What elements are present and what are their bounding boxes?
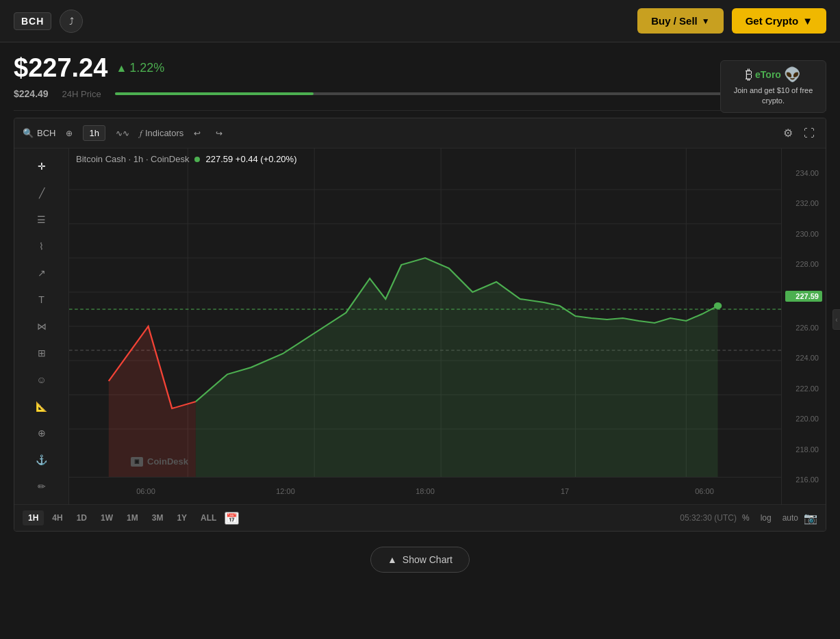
promo-banner-inner: ₿ eToro 👽 Join and get $10 of free crypt… <box>721 61 826 112</box>
timeframe-1h-button[interactable]: 1H <box>23 510 44 525</box>
calendar-button[interactable]: 📅 <box>225 512 239 525</box>
time-label-3: 18:00 <box>355 487 495 495</box>
price-section: $227.24 ▲ 1.22% $224.49 24H Price $248.5… <box>0 42 840 110</box>
time-label-2: 12:00 <box>216 487 355 495</box>
promo-banner[interactable]: ₿ eToro 👽 Join and get $10 of free crypt… <box>720 60 826 113</box>
chart-bottom-bar: 1H 4H 1D 1W 1M 3M 1Y ALL 📅 05:32:30 (UTC… <box>14 504 826 531</box>
coindesk-logo-icon: ▣ <box>131 457 143 467</box>
share-button[interactable]: ⤴ <box>60 10 83 33</box>
horizontal-line-tool[interactable]: ☰ <box>31 209 53 230</box>
timeframe-4h-button[interactable]: 4H <box>47 510 68 525</box>
timeframe-selector[interactable]: 1h <box>83 125 105 141</box>
timeframe-all-button[interactable]: ALL <box>195 510 222 525</box>
zoom-tool[interactable]: ⊕ <box>31 423 53 444</box>
price-change-pct: 1.22% <box>129 61 164 75</box>
fullscreen-button[interactable]: ⛶ <box>801 125 817 142</box>
get-crypto-button[interactable]: Get Crypto ▼ <box>732 8 826 34</box>
chart-time-axis: 06:00 12:00 18:00 17 06:00 <box>69 477 781 504</box>
timeframe-1m-button[interactable]: 1M <box>121 510 144 525</box>
chart-type-button[interactable]: ∿∿ <box>111 126 134 141</box>
svg-marker-15 <box>109 326 196 477</box>
buy-sell-dropdown-arrow: ▼ <box>702 16 710 26</box>
chart-tools-sidebar: ✛ ╱ ☰ ⌇ ↗ T ⋈ ⊞ ☺ 📐 ⊕ ⚓ ✏ ‹ <box>14 148 69 504</box>
screenshot-button[interactable]: 📷 <box>804 512 817 525</box>
crosshair-tool[interactable]: ✛ <box>31 155 53 177</box>
price-change: ▲ 1.22% <box>116 61 164 75</box>
get-crypto-dropdown-arrow: ▼ <box>802 15 813 27</box>
show-chart-arrow-icon: ▲ <box>387 554 397 565</box>
chart-body: ✛ ╱ ☰ ⌇ ↗ T ⋈ ⊞ ☺ 📐 ⊕ ⚓ ✏ ‹ Bitcoin Cash… <box>14 148 826 504</box>
undo-button[interactable]: ↩ <box>189 126 205 141</box>
percent-mode-button[interactable]: % <box>739 512 752 524</box>
promo-icons: ₿ eToro 👽 <box>746 66 801 83</box>
price-progress-bar <box>115 92 778 95</box>
coindesk-label: CoinDesk <box>147 456 188 467</box>
magnet-tool[interactable]: ⚓ <box>31 449 53 471</box>
timeframe-1y-button[interactable]: 1Y <box>171 510 192 525</box>
pencil-tool[interactable]: ✏ <box>31 476 53 497</box>
promo-text: Join and get $10 of free crypto. <box>726 86 820 107</box>
emoji-tool[interactable]: ☺ <box>31 369 53 391</box>
text-tool[interactable]: T <box>31 289 53 310</box>
arrow-tool[interactable]: ↗ <box>31 262 53 283</box>
price-up-arrow: ▲ <box>116 62 127 75</box>
price-tick-228: 228.00 <box>785 260 822 268</box>
price-tick-232: 232.00 <box>785 199 822 207</box>
header-bar: BCH ⤴ Buy / Sell ▼ Get Crypto ▼ <box>0 0 840 42</box>
live-dot <box>194 157 200 162</box>
chart-info-bar: Bitcoin Cash · 1h · CoinDesk 227.59 +0.4… <box>76 154 296 164</box>
separator <box>14 110 826 111</box>
utc-time: 05:32:30 (UTC) <box>680 513 737 523</box>
timeframe-1d-button[interactable]: 1D <box>71 510 92 525</box>
coindesk-watermark: ▣ CoinDesk <box>131 456 188 467</box>
ticker-badge: BCH <box>14 12 51 30</box>
chart-type-icon: ∿∿ <box>116 129 129 138</box>
chart-container: 🔍 BCH ⊕ 1h ∿∿ 𝑓 Indicators ↩ ↪ ⚙ ⛶ ✛ ╱ ☰… <box>14 118 826 532</box>
price-tick-current: 227.59 <box>785 291 822 302</box>
measure-tool[interactable]: 📐 <box>31 396 53 417</box>
price-tick-222: 222.00 <box>785 384 822 393</box>
current-price-row: $227.24 ▲ 1.22% <box>14 53 826 83</box>
chart-live-price: 227.59 +0.44 (+0.20%) <box>205 154 296 164</box>
svg-marker-16 <box>196 258 718 477</box>
timeframe-1w-button[interactable]: 1W <box>95 510 118 525</box>
alien-icon: 👽 <box>784 66 801 83</box>
chart-svg-area[interactable] <box>69 148 781 477</box>
chart-mode-buttons: % log auto <box>739 512 801 524</box>
current-price-dot <box>714 302 722 309</box>
buy-sell-button[interactable]: Buy / Sell ▼ <box>637 8 723 34</box>
show-chart-button[interactable]: ▲ Show Chart <box>370 547 470 573</box>
add-chart-button[interactable]: ⊕ <box>61 126 77 141</box>
time-label-5: 06:00 <box>635 487 774 495</box>
range-label: 24H Price <box>62 89 101 99</box>
redo-button[interactable]: ↪ <box>211 126 227 141</box>
chart-svg <box>69 148 781 477</box>
chart-main[interactable]: Bitcoin Cash · 1h · CoinDesk 227.59 +0.4… <box>69 148 826 504</box>
pattern-tool[interactable]: ⊞ <box>31 343 53 364</box>
price-tick-224: 224.00 <box>785 354 822 362</box>
auto-mode-button[interactable]: auto <box>780 512 801 524</box>
price-tick-234: 234.00 <box>785 169 822 177</box>
indicators-label: Indicators <box>145 128 183 138</box>
chart-search-area[interactable]: 🔍 BCH <box>23 128 55 138</box>
price-tick-220: 220.00 <box>785 415 822 423</box>
show-chart-label: Show Chart <box>403 554 453 565</box>
price-range-bar: $224.49 24H Price $248.51 <box>14 88 826 99</box>
ray-tool[interactable]: ⌇ <box>31 235 53 257</box>
settings-button[interactable]: ⚙ <box>780 124 796 142</box>
chart-toolbar: 🔍 BCH ⊕ 1h ∿∿ 𝑓 Indicators ↩ ↪ ⚙ ⛶ <box>14 118 826 148</box>
bitcoin-icon: ₿ <box>746 67 752 83</box>
chart-symbol-label: BCH <box>37 128 55 138</box>
search-icon: 🔍 <box>23 128 34 138</box>
time-label-4: 17 <box>495 487 635 495</box>
chart-title: Bitcoin Cash · 1h · CoinDesk <box>76 154 189 164</box>
line-tool[interactable]: ╱ <box>31 182 53 203</box>
indicators-button[interactable]: 𝑓 Indicators <box>140 128 183 139</box>
chart-price-axis: 234.00 232.00 230.00 228.00 227.59 226.0… <box>781 148 826 504</box>
log-mode-button[interactable]: log <box>758 512 774 524</box>
indicators-icon: 𝑓 <box>140 128 142 139</box>
time-label-1: 06:00 <box>76 487 216 495</box>
price-tick-218: 218.00 <box>785 445 822 454</box>
timeframe-3m-button[interactable]: 3M <box>147 510 169 525</box>
fib-tool[interactable]: ⋈ <box>31 315 53 337</box>
